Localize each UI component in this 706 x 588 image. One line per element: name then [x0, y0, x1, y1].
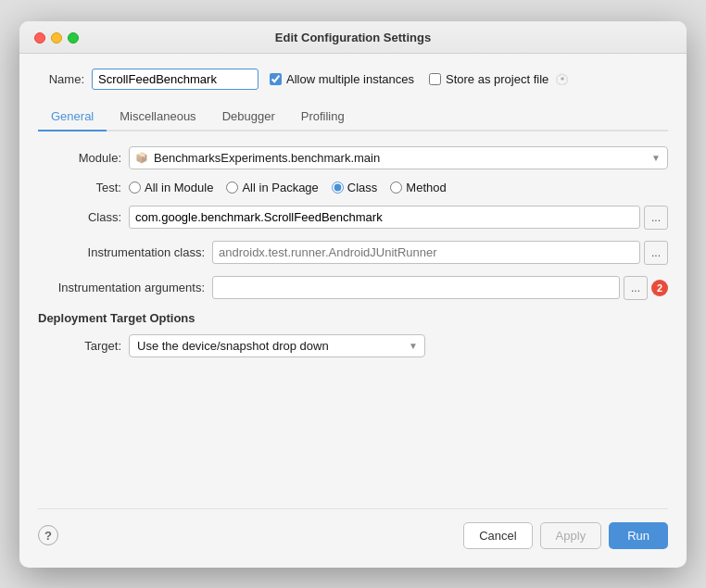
cancel-button[interactable]: Cancel — [463, 522, 532, 549]
test-label: Test: — [38, 181, 121, 194]
class-row: Class: ... — [38, 206, 668, 230]
store-as-project-file-input[interactable] — [429, 73, 441, 85]
footer: ? Cancel Apply Run — [38, 508, 668, 553]
class-ellipsis-button[interactable]: ... — [644, 206, 668, 230]
module-label: Module: — [38, 151, 121, 165]
test-row: Test: All in Module All in Package Class — [38, 181, 668, 194]
radio-all-in-package[interactable]: All in Package — [226, 181, 318, 194]
target-label: Target: — [38, 339, 121, 353]
instrumentation-args-input[interactable] — [212, 276, 620, 299]
radio-all-in-package-input[interactable] — [226, 181, 238, 194]
module-row: Module: 📦 BenchmarksExperiments.benchmar… — [38, 146, 668, 169]
checkbox-group: Allow multiple instances Store as projec… — [270, 72, 569, 86]
traffic-lights — [34, 32, 79, 44]
module-icon: 📦 — [135, 152, 148, 164]
module-select-wrapper: 📦 BenchmarksExperiments.benchmark.main ▼ — [129, 146, 668, 169]
run-button[interactable]: Run — [609, 522, 668, 549]
module-select[interactable]: BenchmarksExperiments.benchmark.main — [129, 146, 668, 169]
main-window: Edit Configuration Settings Name: Allow … — [19, 21, 687, 568]
target-row: Target: Use the device/snapshot drop dow… — [38, 334, 668, 357]
footer-buttons: Cancel Apply Run — [463, 522, 668, 549]
allow-multiple-instances-checkbox[interactable]: Allow multiple instances — [270, 72, 414, 86]
radio-class[interactable]: Class — [332, 181, 378, 194]
instrumentation-args-row: Instrumentation arguments: ... 2 — [38, 276, 668, 300]
instrumentation-class-row: Instrumentation class: ... — [38, 241, 668, 265]
radio-class-input[interactable] — [332, 181, 344, 194]
target-select[interactable]: Use the device/snapshot drop down — [129, 334, 425, 357]
class-label: Class: — [38, 210, 121, 224]
instrumentation-class-input-group: ... — [212, 241, 668, 265]
target-select-wrapper: Use the device/snapshot drop down ▼ — [129, 334, 425, 357]
instrumentation-class-label: Instrumentation class: — [38, 245, 205, 259]
radio-method-input[interactable] — [390, 181, 402, 194]
allow-multiple-instances-label: Allow multiple instances — [286, 72, 414, 86]
tabs: General Miscellaneous Debugger Profiling — [38, 103, 668, 131]
name-row: Name: Allow multiple instances Store as … — [38, 69, 668, 90]
tab-general[interactable]: General — [38, 103, 107, 130]
maximize-button[interactable] — [68, 32, 79, 44]
store-as-project-file-label: Store as project file — [446, 72, 548, 86]
name-label: Name: — [38, 72, 84, 86]
instrumentation-args-ellipsis-button[interactable]: ... — [624, 276, 648, 300]
class-input[interactable] — [129, 206, 640, 229]
instrumentation-args-badge: 2 — [651, 280, 668, 296]
instrumentation-args-label: Instrumentation arguments: — [38, 281, 205, 294]
tab-profiling[interactable]: Profiling — [288, 103, 358, 130]
instrumentation-class-ellipsis-button[interactable]: ... — [644, 241, 668, 265]
radio-all-in-module-input[interactable] — [129, 181, 141, 194]
instrumentation-class-input[interactable] — [212, 241, 640, 264]
form-section: Module: 📦 BenchmarksExperiments.benchmar… — [38, 146, 668, 508]
tab-debugger[interactable]: Debugger — [209, 103, 288, 130]
instrumentation-args-input-group: ... 2 — [212, 276, 668, 300]
store-as-project-file-checkbox[interactable]: Store as project file — [429, 72, 569, 86]
window-title: Edit Configuration Settings — [275, 31, 431, 44]
help-button[interactable]: ? — [38, 525, 58, 545]
window-body: Name: Allow multiple instances Store as … — [19, 54, 687, 568]
close-button[interactable] — [34, 32, 45, 44]
name-input[interactable] — [92, 69, 258, 90]
deployment-section-header: Deployment Target Options — [38, 311, 668, 325]
allow-multiple-instances-input[interactable] — [270, 73, 282, 85]
class-input-group: ... — [129, 206, 668, 230]
tab-miscellaneous[interactable]: Miscellaneous — [107, 103, 208, 130]
title-bar: Edit Configuration Settings — [19, 21, 687, 54]
radio-method[interactable]: Method — [390, 181, 446, 194]
minimize-button[interactable] — [51, 32, 62, 44]
gear-icon — [556, 72, 569, 85]
apply-button[interactable]: Apply — [540, 522, 602, 549]
radio-group: All in Module All in Package Class Metho… — [129, 181, 447, 194]
radio-all-in-module[interactable]: All in Module — [129, 181, 213, 194]
